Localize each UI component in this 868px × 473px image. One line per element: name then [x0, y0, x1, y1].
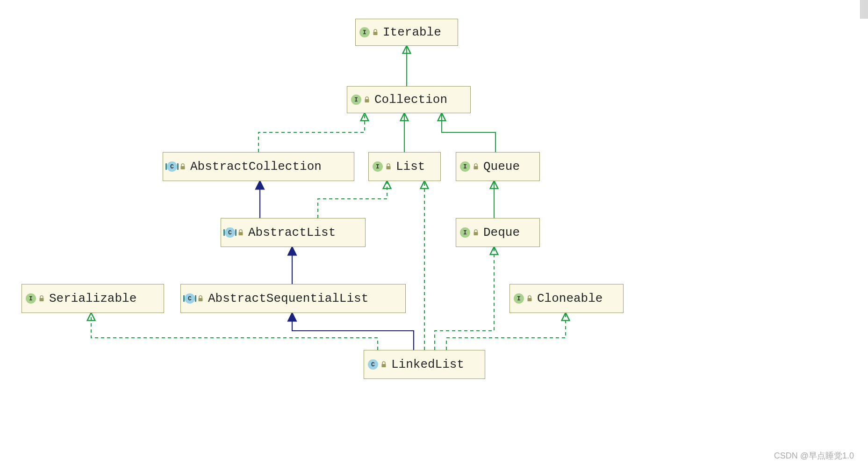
node-label: AbstractCollection — [190, 160, 322, 174]
interface-icon: I — [26, 293, 44, 304]
node-abstractSequentialList[interactable]: CAbstractSequentialList — [180, 284, 406, 313]
interface-icon: I — [460, 161, 479, 172]
svg-rect-7 — [40, 298, 44, 301]
watermark-text: CSDN @早点睡觉1.0 — [774, 450, 854, 461]
lock-icon — [364, 96, 370, 103]
class-icon: C — [368, 359, 387, 370]
svg-rect-1 — [365, 99, 369, 102]
node-label: List — [396, 160, 425, 174]
edge-linkedList-to-cloneable — [446, 313, 566, 350]
node-linkedList[interactable]: CLinkedList — [364, 350, 485, 379]
edge-linkedList-to-serializable — [91, 313, 378, 350]
svg-rect-2 — [181, 166, 185, 169]
class-icon: C — [167, 161, 186, 172]
interface-icon: I — [373, 161, 391, 172]
svg-rect-6 — [474, 232, 478, 235]
lock-icon — [373, 29, 378, 36]
lock-icon — [473, 229, 479, 236]
svg-rect-8 — [199, 298, 203, 301]
node-abstractList[interactable]: CAbstractList — [221, 218, 366, 247]
diagram-edges — [0, 0, 868, 473]
scrollbar-thumb[interactable] — [860, 0, 868, 19]
edge-linkedList-to-abstractSequentialList — [292, 313, 414, 350]
lock-icon — [198, 295, 203, 302]
svg-rect-3 — [387, 166, 391, 169]
svg-rect-5 — [239, 232, 243, 235]
node-label: AbstractList — [248, 226, 336, 240]
lock-icon — [39, 295, 44, 302]
class-icon: C — [225, 227, 244, 238]
class-icon: C — [185, 293, 203, 304]
interface-icon: I — [514, 293, 532, 304]
lock-icon — [180, 163, 186, 170]
node-serializable[interactable]: ISerializable — [22, 284, 164, 313]
node-collection[interactable]: ICollection — [347, 86, 471, 113]
svg-rect-4 — [474, 166, 478, 169]
node-iterable[interactable]: IIterable — [355, 19, 458, 46]
interface-icon: I — [460, 227, 479, 238]
lock-icon — [381, 361, 387, 368]
edge-abstractCollection-to-collection — [258, 114, 365, 152]
lock-icon — [238, 229, 244, 236]
edge-linkedList-to-deque — [435, 247, 494, 350]
node-list[interactable]: IList — [368, 152, 441, 181]
lock-icon — [386, 163, 391, 170]
interface-icon: I — [351, 95, 370, 105]
edge-abstractList-to-list — [318, 182, 387, 218]
edge-queue-to-collection — [442, 114, 495, 152]
node-queue[interactable]: IQueue — [456, 152, 540, 181]
interface-icon: I — [359, 27, 378, 37]
node-label: Deque — [483, 226, 520, 240]
node-label: Serializable — [49, 291, 136, 306]
node-label: Queue — [483, 160, 520, 174]
node-label: Iterable — [383, 25, 441, 39]
lock-icon — [473, 163, 479, 170]
node-label: Cloneable — [537, 291, 603, 306]
svg-rect-10 — [382, 364, 386, 367]
node-label: AbstractSequentialList — [208, 291, 368, 306]
node-abstractCollection[interactable]: CAbstractCollection — [163, 152, 354, 181]
svg-rect-0 — [373, 32, 378, 35]
svg-rect-9 — [528, 298, 532, 301]
node-deque[interactable]: IDeque — [456, 218, 540, 247]
node-label: Collection — [374, 93, 447, 107]
lock-icon — [527, 295, 532, 302]
node-label: LinkedList — [391, 357, 464, 371]
node-cloneable[interactable]: ICloneable — [509, 284, 624, 313]
